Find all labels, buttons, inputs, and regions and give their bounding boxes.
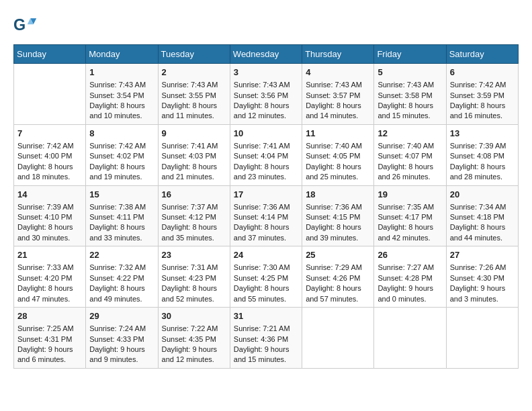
day-number: 2 xyxy=(162,66,226,79)
svg-text:G: G xyxy=(13,16,26,34)
day-info: Daylight: 8 hours xyxy=(162,283,226,293)
day-info: Sunset: 4:07 PM xyxy=(378,151,442,161)
calendar-cell: 29Sunrise: 7:24 AMSunset: 4:33 PMDayligh… xyxy=(86,308,158,369)
calendar-cell: 13Sunrise: 7:39 AMSunset: 4:08 PMDayligh… xyxy=(446,124,518,185)
day-info: Daylight: 9 hours xyxy=(17,345,82,355)
day-info: Daylight: 8 hours xyxy=(306,162,370,172)
calendar-cell: 4Sunrise: 7:43 AMSunset: 3:57 PMDaylight… xyxy=(302,64,374,125)
calendar-week-4: 21Sunrise: 7:33 AMSunset: 4:20 PMDayligh… xyxy=(14,246,519,308)
day-info: Sunset: 3:57 PM xyxy=(306,91,370,101)
day-info: Daylight: 8 hours xyxy=(162,222,226,232)
day-info: Sunset: 4:11 PM xyxy=(89,212,154,222)
day-info: Sunrise: 7:43 AM xyxy=(378,80,442,90)
day-info: Sunrise: 7:36 AM xyxy=(306,202,370,212)
day-info: Sunrise: 7:41 AM xyxy=(162,141,226,151)
calendar-cell xyxy=(446,308,518,369)
day-info: and 12 minutes. xyxy=(162,355,226,365)
day-info: Daylight: 8 hours xyxy=(378,162,442,172)
day-info: Sunset: 4:26 PM xyxy=(306,273,370,283)
day-info: Daylight: 8 hours xyxy=(234,101,298,111)
calendar-cell: 30Sunrise: 7:22 AMSunset: 4:35 PMDayligh… xyxy=(158,308,230,369)
day-number: 3 xyxy=(234,66,298,79)
calendar-cell: 18Sunrise: 7:36 AMSunset: 4:15 PMDayligh… xyxy=(302,185,374,246)
day-info: Daylight: 8 hours xyxy=(306,222,370,232)
day-number: 6 xyxy=(450,66,515,79)
calendar-cell: 19Sunrise: 7:35 AMSunset: 4:17 PMDayligh… xyxy=(374,185,446,246)
calendar-cell: 31Sunrise: 7:21 AMSunset: 4:36 PMDayligh… xyxy=(230,308,302,369)
day-number: 22 xyxy=(89,249,154,261)
day-info: Sunrise: 7:32 AM xyxy=(89,263,154,273)
day-info: Daylight: 8 hours xyxy=(450,162,515,172)
day-number: 12 xyxy=(378,128,442,140)
calendar-cell: 12Sunrise: 7:40 AMSunset: 4:07 PMDayligh… xyxy=(374,124,446,185)
day-number: 19 xyxy=(378,189,442,201)
day-info: and 35 minutes. xyxy=(162,233,226,243)
day-number: 30 xyxy=(162,310,226,322)
day-info: Sunset: 4:14 PM xyxy=(234,212,298,222)
day-info: Sunset: 4:25 PM xyxy=(234,273,298,283)
day-number: 23 xyxy=(162,249,226,261)
day-info: Sunrise: 7:43 AM xyxy=(306,80,370,90)
calendar-cell: 5Sunrise: 7:43 AMSunset: 3:58 PMDaylight… xyxy=(374,64,446,125)
day-number: 4 xyxy=(306,66,370,79)
day-info: Sunset: 4:02 PM xyxy=(89,151,154,161)
day-number: 31 xyxy=(234,310,298,322)
day-info: Sunset: 3:59 PM xyxy=(450,91,515,101)
calendar-header-row: SundayMondayTuesdayWednesdayThursdayFrid… xyxy=(14,45,519,64)
day-info: and 10 minutes. xyxy=(89,111,154,121)
day-info: Sunset: 4:22 PM xyxy=(89,273,154,283)
calendar-week-1: 1Sunrise: 7:43 AMSunset: 3:54 PMDaylight… xyxy=(14,64,519,125)
day-info: Daylight: 8 hours xyxy=(234,162,298,172)
day-info: and 47 minutes. xyxy=(17,294,82,304)
day-info: Daylight: 8 hours xyxy=(234,283,298,293)
day-info: and 21 minutes. xyxy=(162,172,226,182)
day-info: Sunrise: 7:26 AM xyxy=(450,263,515,273)
day-info: and 33 minutes. xyxy=(89,233,154,243)
day-info: Sunrise: 7:42 AM xyxy=(89,141,154,151)
calendar-cell: 9Sunrise: 7:41 AMSunset: 4:03 PMDaylight… xyxy=(158,124,230,185)
day-info: Sunrise: 7:40 AM xyxy=(378,141,442,151)
day-info: Sunrise: 7:27 AM xyxy=(378,263,442,273)
day-info: Sunset: 3:54 PM xyxy=(89,91,154,101)
day-number: 20 xyxy=(450,189,515,201)
day-number: 13 xyxy=(450,128,515,140)
day-info: Sunset: 3:55 PM xyxy=(162,91,226,101)
calendar-cell: 16Sunrise: 7:37 AMSunset: 4:12 PMDayligh… xyxy=(158,185,230,246)
day-info: and 12 minutes. xyxy=(234,111,298,121)
day-info: Sunrise: 7:42 AM xyxy=(450,80,515,90)
header-thursday: Thursday xyxy=(302,45,374,64)
logo: G xyxy=(13,13,40,38)
day-info: and 6 minutes. xyxy=(17,355,82,365)
header-wednesday: Wednesday xyxy=(230,45,302,64)
day-info: Daylight: 8 hours xyxy=(234,222,298,232)
day-number: 26 xyxy=(378,249,442,261)
day-info: Sunrise: 7:33 AM xyxy=(17,263,82,273)
calendar-cell: 26Sunrise: 7:27 AMSunset: 4:28 PMDayligh… xyxy=(374,246,446,308)
day-info: Sunset: 4:05 PM xyxy=(306,151,370,161)
day-info: Daylight: 8 hours xyxy=(162,162,226,172)
day-number: 9 xyxy=(162,128,226,140)
day-info: and 28 minutes. xyxy=(450,172,515,182)
calendar-cell xyxy=(14,64,86,125)
day-info: Daylight: 8 hours xyxy=(89,162,154,172)
day-info: Sunrise: 7:43 AM xyxy=(234,80,298,90)
day-info: Sunrise: 7:34 AM xyxy=(450,202,515,212)
day-info: Daylight: 8 hours xyxy=(378,222,442,232)
day-number: 1 xyxy=(89,66,154,79)
day-number: 27 xyxy=(450,249,515,261)
day-info: Sunset: 4:15 PM xyxy=(306,212,370,222)
day-info: Daylight: 8 hours xyxy=(17,222,82,232)
day-info: Daylight: 8 hours xyxy=(306,283,370,293)
day-info: and 15 minutes. xyxy=(234,355,298,365)
page-header: G xyxy=(13,13,519,38)
day-number: 18 xyxy=(306,189,370,201)
day-info: and 19 minutes. xyxy=(89,172,154,182)
day-info: and 52 minutes. xyxy=(162,294,226,304)
day-info: Sunset: 4:33 PM xyxy=(89,334,154,345)
day-info: Sunrise: 7:37 AM xyxy=(162,202,226,212)
header-friday: Friday xyxy=(374,45,446,64)
calendar-week-2: 7Sunrise: 7:42 AMSunset: 4:00 PMDaylight… xyxy=(14,124,519,185)
day-info: Daylight: 9 hours xyxy=(450,283,515,293)
calendar-cell: 21Sunrise: 7:33 AMSunset: 4:20 PMDayligh… xyxy=(14,246,86,308)
day-info: Sunrise: 7:36 AM xyxy=(234,202,298,212)
